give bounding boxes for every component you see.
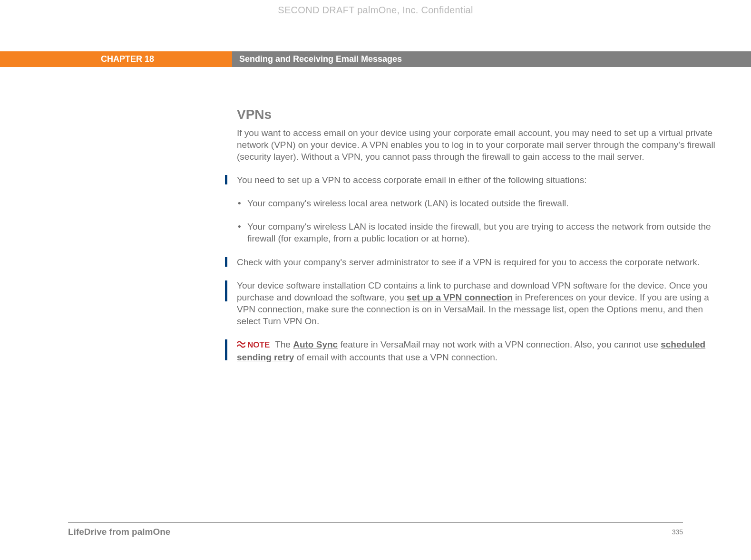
check-admin-text: Check with your company's server adminis… <box>237 257 700 267</box>
change-bar-icon <box>225 280 227 301</box>
change-bar-icon <box>225 175 227 184</box>
note-label: NOTE <box>247 340 270 349</box>
section-heading: VPNs <box>237 107 722 122</box>
note-post-text: of email with accounts that use a VPN co… <box>294 352 497 362</box>
situations-lead: You need to set up a VPN to access corpo… <box>237 174 722 186</box>
header-bar: CHAPTER 18 Sending and Receiving Email M… <box>0 51 751 67</box>
main-content: VPNs If you want to access email on your… <box>237 107 722 375</box>
watermark-text: SECOND DRAFT palmOne, Inc. Confidential <box>0 5 751 16</box>
footer-product: LifeDrive from palmOne <box>68 527 170 537</box>
bullet-item: Your company's wireless LAN is located i… <box>237 221 722 244</box>
note-paragraph: NOTE The Auto Sync feature in VersaMail … <box>237 338 722 363</box>
footer-page-number: 335 <box>672 528 683 536</box>
page-footer: LifeDrive from palmOne 335 <box>68 522 683 537</box>
chapter-label: CHAPTER 18 <box>0 51 232 67</box>
note-icon <box>237 339 245 351</box>
situations-lead-text: You need to set up a VPN to access corpo… <box>237 175 586 185</box>
vpn-setup-link[interactable]: set up a VPN connection <box>407 292 513 302</box>
note-mid-text: feature in VersaMail may not work with a… <box>338 339 661 349</box>
chapter-title: Sending and Receiving Email Messages <box>232 51 751 67</box>
auto-sync-link[interactable]: Auto Sync <box>293 339 338 349</box>
check-admin-paragraph: Check with your company's server adminis… <box>237 256 722 268</box>
cd-paragraph: Your device software installation CD con… <box>237 280 722 327</box>
intro-paragraph: If you want to access email on your devi… <box>237 127 722 163</box>
change-bar-icon <box>225 257 227 267</box>
change-bar-icon <box>225 339 227 360</box>
note-pre-text: The <box>275 339 293 349</box>
bullet-item: Your company's wireless local area netwo… <box>237 197 722 209</box>
